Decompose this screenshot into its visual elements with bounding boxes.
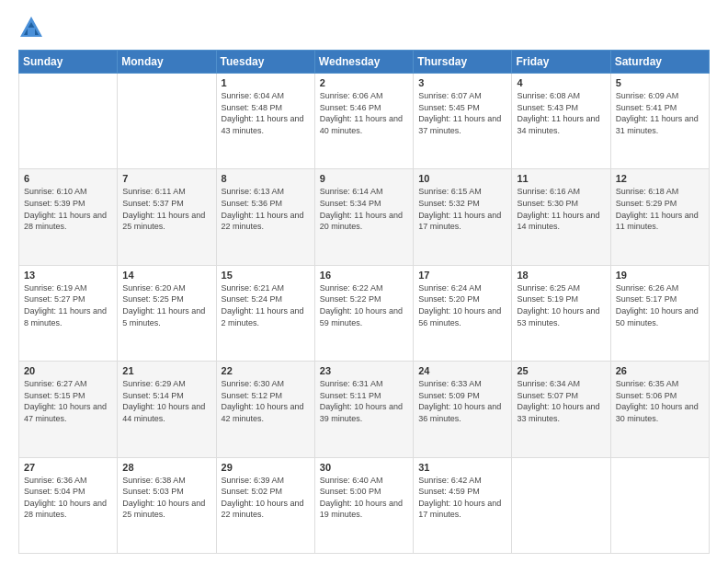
day-number: 26	[616, 365, 704, 376]
table-row: 27Sunrise: 6:36 AM Sunset: 5:04 PM Dayli…	[19, 457, 118, 553]
table-row: 1Sunrise: 6:04 AM Sunset: 5:48 PM Daylig…	[216, 74, 314, 169]
table-row: 31Sunrise: 6:42 AM Sunset: 4:59 PM Dayli…	[414, 457, 512, 553]
table-row: 23Sunrise: 6:31 AM Sunset: 5:11 PM Dayli…	[314, 362, 413, 457]
table-row: 19Sunrise: 6:26 AM Sunset: 5:17 PM Dayli…	[610, 265, 709, 361]
day-info: Sunrise: 6:04 AM Sunset: 5:48 PM Dayligh…	[222, 90, 310, 136]
table-row: 29Sunrise: 6:39 AM Sunset: 5:02 PM Dayli…	[216, 457, 314, 553]
calendar-week-row: 1Sunrise: 6:04 AM Sunset: 5:48 PM Daylig…	[19, 74, 710, 169]
table-row: 16Sunrise: 6:22 AM Sunset: 5:22 PM Dayli…	[314, 265, 413, 361]
day-number: 27	[24, 462, 112, 473]
col-monday: Monday	[118, 51, 216, 74]
table-row	[610, 457, 709, 553]
day-number: 9	[320, 173, 408, 184]
day-number: 11	[517, 173, 605, 184]
day-number: 14	[122, 270, 210, 281]
table-row	[118, 74, 216, 169]
day-number: 20	[24, 365, 112, 376]
day-info: Sunrise: 6:13 AM Sunset: 5:36 PM Dayligh…	[222, 186, 310, 232]
day-info: Sunrise: 6:25 AM Sunset: 5:19 PM Dayligh…	[517, 282, 605, 328]
table-row: 8Sunrise: 6:13 AM Sunset: 5:36 PM Daylig…	[216, 169, 314, 265]
table-row: 22Sunrise: 6:30 AM Sunset: 5:12 PM Dayli…	[216, 362, 314, 457]
day-info: Sunrise: 6:08 AM Sunset: 5:43 PM Dayligh…	[517, 90, 605, 136]
calendar-header-row: Sunday Monday Tuesday Wednesday Thursday…	[19, 51, 710, 74]
col-tuesday: Tuesday	[216, 51, 314, 74]
table-row	[19, 74, 118, 169]
table-row: 6Sunrise: 6:10 AM Sunset: 5:39 PM Daylig…	[19, 169, 118, 265]
day-number: 29	[222, 462, 310, 473]
calendar-week-row: 13Sunrise: 6:19 AM Sunset: 5:27 PM Dayli…	[19, 265, 710, 361]
table-row: 26Sunrise: 6:35 AM Sunset: 5:06 PM Dayli…	[610, 362, 709, 457]
day-number: 5	[616, 77, 704, 88]
calendar-week-row: 27Sunrise: 6:36 AM Sunset: 5:04 PM Dayli…	[19, 457, 710, 553]
col-wednesday: Wednesday	[314, 51, 413, 74]
day-info: Sunrise: 6:27 AM Sunset: 5:15 PM Dayligh…	[24, 378, 112, 424]
table-row: 12Sunrise: 6:18 AM Sunset: 5:29 PM Dayli…	[610, 169, 709, 265]
table-row: 9Sunrise: 6:14 AM Sunset: 5:34 PM Daylig…	[314, 169, 413, 265]
page: Sunday Monday Tuesday Wednesday Thursday…	[0, 0, 728, 563]
day-info: Sunrise: 6:19 AM Sunset: 5:27 PM Dayligh…	[24, 282, 112, 328]
calendar-table: Sunday Monday Tuesday Wednesday Thursday…	[18, 50, 710, 554]
day-info: Sunrise: 6:14 AM Sunset: 5:34 PM Dayligh…	[320, 186, 408, 232]
svg-rect-2	[28, 28, 35, 35]
table-row: 7Sunrise: 6:11 AM Sunset: 5:37 PM Daylig…	[118, 169, 216, 265]
table-row: 14Sunrise: 6:20 AM Sunset: 5:25 PM Dayli…	[118, 265, 216, 361]
day-number: 3	[418, 77, 506, 88]
day-number: 19	[616, 270, 704, 281]
table-row: 5Sunrise: 6:09 AM Sunset: 5:41 PM Daylig…	[610, 74, 709, 169]
day-number: 4	[517, 77, 605, 88]
day-number: 30	[320, 462, 408, 473]
day-number: 7	[122, 173, 210, 184]
day-number: 16	[320, 270, 408, 281]
logo	[18, 15, 46, 40]
day-info: Sunrise: 6:11 AM Sunset: 5:37 PM Dayligh…	[122, 186, 210, 232]
day-info: Sunrise: 6:35 AM Sunset: 5:06 PM Dayligh…	[616, 378, 704, 424]
col-friday: Friday	[512, 51, 610, 74]
day-number: 21	[122, 365, 210, 376]
table-row: 25Sunrise: 6:34 AM Sunset: 5:07 PM Dayli…	[512, 362, 610, 457]
day-number: 17	[418, 270, 506, 281]
table-row: 17Sunrise: 6:24 AM Sunset: 5:20 PM Dayli…	[414, 265, 512, 361]
day-info: Sunrise: 6:24 AM Sunset: 5:20 PM Dayligh…	[418, 282, 506, 328]
day-number: 10	[418, 173, 506, 184]
day-info: Sunrise: 6:20 AM Sunset: 5:25 PM Dayligh…	[122, 282, 210, 328]
day-info: Sunrise: 6:06 AM Sunset: 5:46 PM Dayligh…	[320, 90, 408, 136]
day-number: 31	[418, 462, 506, 473]
table-row: 13Sunrise: 6:19 AM Sunset: 5:27 PM Dayli…	[19, 265, 118, 361]
logo-icon	[18, 15, 44, 40]
table-row: 3Sunrise: 6:07 AM Sunset: 5:45 PM Daylig…	[414, 74, 512, 169]
day-number: 18	[517, 270, 605, 281]
day-info: Sunrise: 6:18 AM Sunset: 5:29 PM Dayligh…	[616, 186, 704, 232]
day-number: 28	[122, 462, 210, 473]
day-info: Sunrise: 6:40 AM Sunset: 5:00 PM Dayligh…	[320, 475, 408, 521]
header	[18, 15, 710, 40]
table-row	[512, 457, 610, 553]
calendar-week-row: 6Sunrise: 6:10 AM Sunset: 5:39 PM Daylig…	[19, 169, 710, 265]
day-info: Sunrise: 6:33 AM Sunset: 5:09 PM Dayligh…	[418, 378, 506, 424]
day-info: Sunrise: 6:21 AM Sunset: 5:24 PM Dayligh…	[222, 282, 310, 328]
day-number: 22	[222, 365, 310, 376]
col-saturday: Saturday	[610, 51, 709, 74]
day-number: 25	[517, 365, 605, 376]
day-number: 23	[320, 365, 408, 376]
day-info: Sunrise: 6:10 AM Sunset: 5:39 PM Dayligh…	[24, 186, 112, 232]
table-row: 2Sunrise: 6:06 AM Sunset: 5:46 PM Daylig…	[314, 74, 413, 169]
day-info: Sunrise: 6:15 AM Sunset: 5:32 PM Dayligh…	[418, 186, 506, 232]
day-number: 1	[222, 77, 310, 88]
table-row: 15Sunrise: 6:21 AM Sunset: 5:24 PM Dayli…	[216, 265, 314, 361]
day-info: Sunrise: 6:22 AM Sunset: 5:22 PM Dayligh…	[320, 282, 408, 328]
col-sunday: Sunday	[19, 51, 118, 74]
day-number: 13	[24, 270, 112, 281]
day-number: 2	[320, 77, 408, 88]
col-thursday: Thursday	[414, 51, 512, 74]
table-row: 11Sunrise: 6:16 AM Sunset: 5:30 PM Dayli…	[512, 169, 610, 265]
table-row: 24Sunrise: 6:33 AM Sunset: 5:09 PM Dayli…	[414, 362, 512, 457]
day-info: Sunrise: 6:09 AM Sunset: 5:41 PM Dayligh…	[616, 90, 704, 136]
day-info: Sunrise: 6:30 AM Sunset: 5:12 PM Dayligh…	[222, 378, 310, 424]
day-info: Sunrise: 6:16 AM Sunset: 5:30 PM Dayligh…	[517, 186, 605, 232]
day-info: Sunrise: 6:38 AM Sunset: 5:03 PM Dayligh…	[122, 475, 210, 521]
table-row: 28Sunrise: 6:38 AM Sunset: 5:03 PM Dayli…	[118, 457, 216, 553]
day-info: Sunrise: 6:07 AM Sunset: 5:45 PM Dayligh…	[418, 90, 506, 136]
day-info: Sunrise: 6:29 AM Sunset: 5:14 PM Dayligh…	[122, 378, 210, 424]
day-info: Sunrise: 6:26 AM Sunset: 5:17 PM Dayligh…	[616, 282, 704, 328]
table-row: 21Sunrise: 6:29 AM Sunset: 5:14 PM Dayli…	[118, 362, 216, 457]
